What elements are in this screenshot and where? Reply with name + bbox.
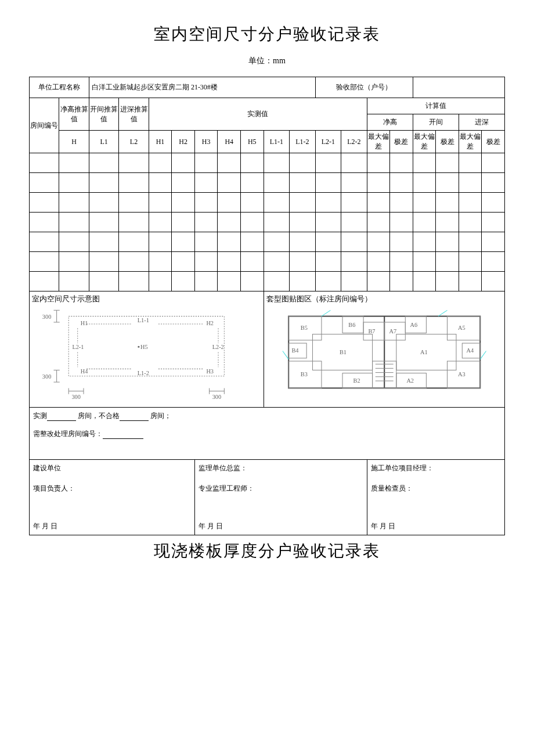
sig-1a: 建设单位 <box>33 463 191 473</box>
unit-label: 单位：mm <box>29 56 505 66</box>
svg-line-72 <box>438 310 447 316</box>
table-row <box>30 232 505 252</box>
col-L2-1: L2-1 <box>315 131 341 153</box>
col-span-design: 开间推算值 <box>89 98 118 131</box>
summary-line1-a: 实测 <box>33 412 47 420</box>
svg-text:L1-1: L1-1 <box>138 317 149 323</box>
svg-text:H3: H3 <box>206 368 214 375</box>
page-title-2: 现浇楼板厚度分户验收记录表 <box>29 540 505 562</box>
col-span: 开间 <box>413 114 459 131</box>
summary-line1-c: 房间； <box>150 412 171 420</box>
svg-text:300: 300 <box>212 394 221 400</box>
svg-text:H5: H5 <box>140 344 148 350</box>
svg-text:B2: B2 <box>353 377 360 384</box>
svg-line-71 <box>322 310 330 316</box>
main-table: 单位工程名称 白洋工业新城起步区安置房二期 21-30#楼 验收部位（户号） 房… <box>29 77 505 535</box>
svg-text:B1: B1 <box>339 349 346 355</box>
svg-text:A6: A6 <box>410 322 417 328</box>
col-H4: H4 <box>218 131 241 153</box>
col-room-no: 房间编号 <box>30 98 59 153</box>
col-depth: 进深 <box>459 114 504 131</box>
col-maxdev-3: 最大偏差 <box>459 131 482 153</box>
sig-1b: 项目负责人： <box>33 484 191 494</box>
sig-date-2: 年 月 日 <box>199 521 223 531</box>
sig-date-1: 年 月 日 <box>33 521 57 531</box>
col-calc: 计算值 <box>367 98 504 114</box>
svg-text:H2: H2 <box>206 320 214 326</box>
svg-text:A7: A7 <box>389 328 396 334</box>
table-row <box>30 272 505 291</box>
table-row <box>30 213 505 232</box>
sig-3b: 质量检查员： <box>371 484 501 494</box>
svg-text:300: 300 <box>42 314 51 320</box>
table-row <box>30 153 505 173</box>
sig-date-3: 年 月 日 <box>371 521 395 531</box>
col-maxdev-2: 最大偏差 <box>413 131 436 153</box>
col-range-2: 极差 <box>436 131 459 153</box>
summary-line2-a: 需整改处理房间编号： <box>33 430 103 438</box>
svg-text:300: 300 <box>71 394 80 400</box>
svg-text:H1: H1 <box>81 320 88 326</box>
col-neth-design: 净高推算值 <box>59 98 89 131</box>
svg-line-73 <box>282 351 288 359</box>
svg-point-6 <box>138 346 139 348</box>
col-H2: H2 <box>172 131 195 153</box>
col-L2: L2 <box>119 131 149 153</box>
project-name-label: 单位工程名称 <box>30 77 89 98</box>
svg-text:A4: A4 <box>466 347 474 354</box>
sig-2a: 监理单位总监： <box>199 463 363 473</box>
diagram-left: 室内空间尺寸示意图 H1 H2 H3 H4 H5 L1-1 L1-2 L2-1 … <box>30 291 264 408</box>
dimension-diagram-icon: H1 H2 H3 H4 H5 L1-1 L1-2 L2-1 L2-2 300 <box>32 304 261 400</box>
svg-text:A1: A1 <box>420 349 428 355</box>
svg-text:B5: B5 <box>300 325 307 331</box>
svg-text:L2-1: L2-1 <box>72 344 84 350</box>
svg-text:A3: A3 <box>458 371 466 377</box>
col-range-3: 极差 <box>482 131 505 153</box>
inspect-part-label: 验收部位（户号） <box>315 77 413 98</box>
diagram-left-label: 室内空间尺寸示意图 <box>32 294 261 304</box>
col-L1-2: L1-2 <box>290 131 316 153</box>
svg-text:B3: B3 <box>300 371 307 377</box>
floorplan-icon: B5 B6 B7 B4 B1 B3 B2 A7 A6 A5 A1 A4 A3 A… <box>266 304 502 400</box>
svg-text:L1-2: L1-2 <box>138 370 149 376</box>
table-row <box>30 173 505 193</box>
sig-col-1: 建设单位 项目负责人： 年 月 日 <box>30 460 195 535</box>
col-H3: H3 <box>194 131 218 153</box>
inspect-part-value <box>413 77 504 98</box>
col-measured: 实测值 <box>149 98 367 131</box>
svg-text:300: 300 <box>42 373 51 380</box>
sig-3a: 施工单位项目经理： <box>371 463 501 473</box>
col-L2-2: L2-2 <box>341 131 367 153</box>
project-name-value: 白洋工业新城起步区安置房二期 21-30#楼 <box>89 77 315 98</box>
col-range-1: 极差 <box>390 131 413 153</box>
summary-cell: 实测 房间，不合格 房间； 需整改处理房间编号： <box>30 408 505 460</box>
col-L1: L1 <box>89 131 118 153</box>
diagram-right-label: 套型图贴图区（标注房间编号） <box>266 294 502 304</box>
sig-2b: 专业监理工程师： <box>199 484 363 494</box>
sig-col-2: 监理单位总监： 专业监理工程师： 年 月 日 <box>194 460 367 535</box>
col-depth-design: 进深推算值 <box>119 98 149 131</box>
svg-text:A5: A5 <box>458 325 466 331</box>
table-row <box>30 252 505 272</box>
col-L1-1: L1-1 <box>264 131 290 153</box>
svg-text:L2-2: L2-2 <box>212 344 224 350</box>
svg-text:B6: B6 <box>348 322 355 328</box>
sig-col-3: 施工单位项目经理： 质量检查员： 年 月 日 <box>367 460 504 535</box>
svg-line-74 <box>480 351 486 359</box>
col-maxdev-1: 最大偏差 <box>367 131 390 153</box>
svg-text:B7: B7 <box>368 328 375 334</box>
col-H: H <box>59 131 89 153</box>
table-row <box>30 193 505 213</box>
svg-text:B4: B4 <box>291 347 298 354</box>
col-H5: H5 <box>241 131 264 153</box>
col-neth: 净高 <box>367 114 413 131</box>
col-H1: H1 <box>149 131 172 153</box>
page-title: 室内空间尺寸分户验收记录表 <box>29 23 505 45</box>
summary-line1-b: 房间，不合格 <box>78 412 120 420</box>
diagram-right: 套型图贴图区（标注房间编号） B5 B6 B7 B4 B1 B3 B2 A7 A… <box>264 291 504 408</box>
svg-text:A2: A2 <box>406 377 414 384</box>
